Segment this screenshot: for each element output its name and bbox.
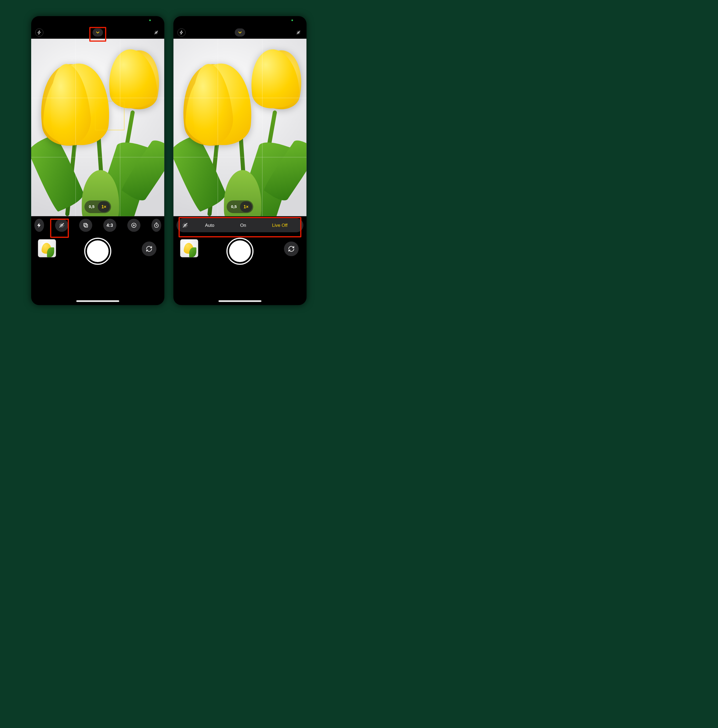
styles-icon	[83, 222, 89, 228]
flash-tool[interactable]	[34, 219, 44, 232]
viewfinder[interactable]: 0,5 1×	[173, 39, 307, 216]
exposure-icon	[131, 222, 137, 228]
switch-camera-button[interactable]	[284, 242, 299, 256]
home-indicator[interactable]	[218, 300, 261, 302]
live-option-off[interactable]: Live Off	[272, 223, 287, 228]
switch-camera-button[interactable]	[142, 242, 157, 256]
shutter-button[interactable]	[228, 239, 252, 264]
zoom-selector: 0,5 1×	[84, 200, 111, 213]
switch-camera-icon	[146, 246, 152, 252]
exposure-tool[interactable]	[127, 219, 141, 232]
photographic-styles-tool[interactable]	[79, 219, 92, 232]
zoom-1x[interactable]: 1×	[240, 201, 252, 212]
svg-rect-6	[84, 223, 87, 226]
chevron-down-icon	[95, 30, 100, 35]
live-photo-off-icon	[182, 222, 188, 228]
phone-right: 0,5 1× Auto On Live Off	[173, 16, 307, 305]
live-option-on[interactable]: On	[240, 223, 246, 228]
chevron-down-icon	[238, 30, 242, 35]
zoom-1x[interactable]: 1×	[98, 201, 110, 212]
secondary-controls: 4:3	[31, 216, 165, 234]
timer-tool[interactable]	[151, 219, 161, 232]
top-controls	[173, 26, 307, 39]
last-photo-thumbnail[interactable]	[180, 239, 198, 257]
last-photo-thumbnail[interactable]	[38, 239, 56, 257]
home-indicator[interactable]	[76, 300, 119, 302]
timer-icon	[153, 222, 159, 228]
camera-indicator-dot	[149, 20, 151, 21]
zoom-0_5x[interactable]: 0,5	[86, 201, 98, 212]
camera-preview	[173, 39, 307, 216]
status-bar	[173, 16, 307, 26]
zoom-0_5x[interactable]: 0,5	[228, 201, 240, 212]
flash-icon	[37, 31, 42, 35]
flash-toggle-top[interactable]	[35, 29, 43, 37]
switch-camera-icon	[288, 246, 295, 252]
flash-icon	[36, 222, 42, 228]
live-photo-tool[interactable]	[179, 220, 191, 231]
live-photo-toggle-top[interactable]	[294, 29, 302, 37]
capture-area	[173, 234, 307, 305]
svg-rect-7	[85, 225, 88, 227]
live-photo-tool[interactable]	[55, 219, 68, 232]
flash-toggle-top[interactable]	[177, 29, 185, 37]
focus-indicator	[95, 101, 124, 130]
shutter-button[interactable]	[86, 239, 110, 264]
flash-icon	[179, 31, 184, 35]
camera-indicator-dot	[292, 20, 293, 21]
phone-left: 0,5 1× 4:3	[31, 16, 165, 305]
controls-expand-button[interactable]	[92, 29, 103, 37]
secondary-controls: Auto On Live Off	[173, 216, 307, 234]
capture-area	[31, 234, 165, 305]
status-bar	[31, 16, 165, 26]
live-photo-off-icon	[59, 222, 64, 228]
controls-expand-button[interactable]	[235, 29, 245, 37]
live-photo-off-icon	[154, 31, 159, 35]
live-photo-toggle-top[interactable]	[152, 29, 160, 37]
live-option-auto[interactable]: Auto	[205, 223, 214, 228]
live-photo-off-icon	[296, 31, 301, 35]
viewfinder[interactable]: 0,5 1×	[31, 39, 165, 216]
aspect-ratio-tool[interactable]: 4:3	[103, 219, 116, 232]
top-controls	[31, 26, 165, 39]
live-photo-options-panel: Auto On Live Off	[177, 218, 303, 232]
zoom-selector: 0,5 1×	[226, 200, 253, 213]
